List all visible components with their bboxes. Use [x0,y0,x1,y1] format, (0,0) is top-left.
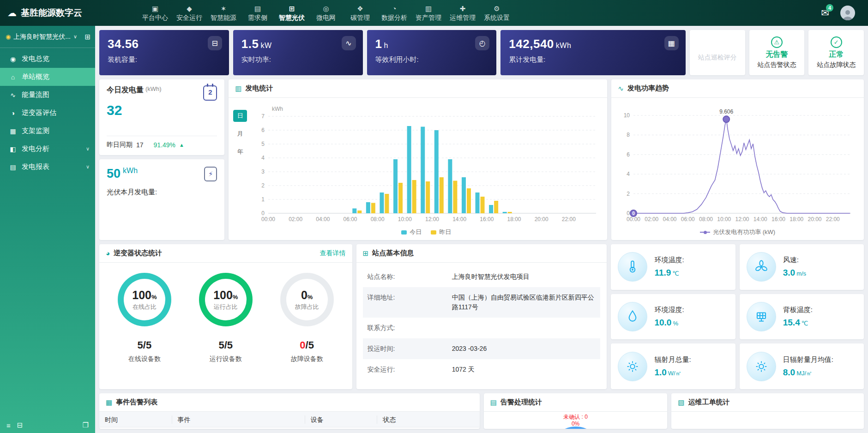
realtime-power-value: 1.5 [241,37,259,51]
env-card-monthly-radiation: 辐射月总量:1.0W/㎡ [611,343,735,389]
svg-text:02:00: 02:00 [645,216,659,223]
nav-item-demand-side[interactable]: ▤需求侧 [242,4,273,22]
svg-text:00:00: 00:00 [627,216,640,223]
sidebar-item-label: 发电报表 [22,162,49,171]
nav-item-asset[interactable]: ▥资产管理 [413,4,444,22]
info-label: 安全运行: [368,365,452,374]
change-percent: 91.49% [154,141,175,149]
donut-text: 0%故障占比 [280,273,334,326]
app-root: ☁ 基胜能源数字云 ▣平台中心◆安全运行✶智慧能源▤需求侧⊞智慧光伏◎微电网❖碳… [0,0,868,433]
total-generation-label: 累计发电量: [509,55,677,64]
donut-chart-icon: ◕ [106,249,110,257]
env-value: 3.0m/s [783,268,806,278]
sidebar-menu: ◉发电总览⌂单站概览∿能量流图◑逆变器评估▦支架监测◧发电分析∨▤发电报表∨ [0,50,95,176]
gen-report-icon: ▤ [9,163,17,171]
column-header-3: 状态 [377,415,479,424]
sidebar-item-label: 单站概览 [22,72,49,81]
nav-item-smart-pv[interactable]: ⊞智慧光伏 [276,4,307,22]
inverter-status-title: 逆变器状态统计 [114,249,162,258]
tab-period-2[interactable]: 年 [233,146,247,158]
env-card-backplate-temperature: 背板温度:15.4℃ [740,294,864,340]
status-row: ◕ 逆变器状态统计 查看详情 100%在线占比100%运行占比0%故障占比 5/… [99,244,864,389]
app-logo: ☁ 基胜能源数字云 [0,7,95,19]
svg-text:16:00: 16:00 [772,216,785,223]
donut-value: 100% [132,289,157,302]
station-grid-icon[interactable]: ⊞ [84,33,90,41]
nav-item-microgrid[interactable]: ◎微电网 [310,4,342,22]
daily-radiation-avg-icon [747,352,776,381]
svg-text:06:00: 06:00 [681,216,695,223]
mail-button[interactable]: ✉ 4 [821,7,829,18]
top-nav-bar: ☁ 基胜能源数字云 ▣平台中心◆安全运行✶智慧能源▤需求侧⊞智慧光伏◎微电网❖碳… [0,0,868,26]
view-details-link[interactable]: 查看详情 [320,249,346,258]
nav-item-safety[interactable]: ◆安全运行 [174,4,205,22]
svg-text:0: 0 [633,211,635,216]
fault-status-value: 正常 [829,50,844,60]
installed-capacity-label: 装机容量: [108,55,221,64]
column-header-2: 设备 [305,415,377,424]
nav-item-carbon[interactable]: ❖碳管理 [344,4,376,22]
nav-item-settings[interactable]: ⚙系统设置 [481,4,512,22]
svg-text:0: 0 [627,210,630,216]
svg-text:2: 2 [627,191,630,197]
equivalent-hours-label: 等效利用小时: [375,55,488,64]
donut-value: 0% [301,289,313,302]
fault-status-card: ✓ 正常 站点故障状态 [808,30,864,75]
site-info-rows: 站点名称:上海良时智慧光伏发电项目详细地址:中国（上海）自由贸易试验区临港新片区… [356,263,607,384]
tab-period-0[interactable]: 日 [233,110,247,122]
nav-item-smart-energy[interactable]: ✶智慧能源 [208,4,239,22]
chevron-down-icon: ∨ [86,146,90,152]
sidebar-item-station-overview[interactable]: ⌂单站概览 [0,68,95,86]
power-trend-card: ∿ 发电功率趋势 024681000:0002:0004:0006:0008:0… [611,79,864,240]
svg-text:04:00: 04:00 [316,216,330,223]
sidebar-item-gen-report[interactable]: ▤发电报表∨ [0,158,95,176]
env-value: 1.0W/㎡ [654,367,691,378]
month-generation-value: 50 [107,167,121,181]
station-selector[interactable]: ◉ 上海良时智慧光伏... ∨ ⊞ [0,26,95,48]
tab-period-1[interactable]: 月 [233,128,247,140]
alarm-pie-chart: 未确认 : 0 0% [484,412,668,429]
donut-text: 100%在线占比 [118,273,171,326]
nav-item-platform[interactable]: ▣平台中心 [139,4,171,22]
work-order-title: 运维工单统计 [688,398,730,407]
nav-item-om[interactable]: ✚运维管理 [447,4,478,22]
alarm-status-label: 站点告警状态 [757,61,796,69]
calendar-icon: 2 [203,85,217,101]
env-card-ambient-temperature: 环境温度:11.9℃ [611,244,735,290]
list-view-icon[interactable]: ⊟ [17,421,23,429]
generation-statistics-card: ▥ 发电统计 日月年 01234567kWh00:0002:0004:0006:… [229,79,607,240]
column-header-0: 时间 [99,415,172,424]
nav-item-label: 智慧能源 [211,14,236,22]
svg-text:08:00: 08:00 [371,216,385,223]
svg-text:20:00: 20:00 [535,216,549,223]
env-value: 10.0% [654,318,684,328]
power-trend-title: 发电功率趋势 [627,84,669,93]
svg-text:20:00: 20:00 [808,216,822,223]
sidebar-item-label: 支架监测 [22,126,49,135]
installed-capacity-value: 34.56 [108,37,139,51]
sidebar-item-tracker-monitor[interactable]: ▦支架监测 [0,122,95,140]
donut-online: 100%在线占比 [118,273,171,326]
svg-text:14:00: 14:00 [452,216,466,223]
new-window-icon[interactable]: ❐ [83,421,89,429]
sidebar-item-gen-overview[interactable]: ◉发电总览 [0,50,95,68]
sidebar-item-gen-analysis[interactable]: ◧发电分析∨ [0,140,95,158]
svg-text:kWh: kWh [272,106,283,112]
sidebar-item-label: 能量流图 [22,90,49,99]
asset-icon: ▥ [425,5,432,12]
device-count-label: 运行设备数 [210,355,242,363]
power-wave-icon: ∿ [342,36,356,50]
nav-item-data-analytics[interactable]: ◔数据分析 [379,4,410,22]
info-label: 详细地址: [368,293,452,312]
fault-status-label: 站点故障状态 [817,61,856,69]
backplate-temperature-icon [747,302,776,331]
solar-panel-icon: ▦ [664,36,679,50]
column-header-1: 事件 [172,415,305,424]
donut-text: 100%运行占比 [199,273,253,326]
energy-meter-icon: ⚡ [204,167,217,181]
sidebar-item-energy-flow[interactable]: ∿能量流图 [0,86,95,104]
collapse-menu-icon[interactable]: ≡ [6,421,11,429]
avatar[interactable] [840,6,855,20]
sidebar-item-inverter-eval[interactable]: ◑逆变器评估 [0,104,95,122]
today-generation-card: 今日发电量 (kWh) 2 32 昨日同期 17 91.49% ▲ [99,79,224,155]
